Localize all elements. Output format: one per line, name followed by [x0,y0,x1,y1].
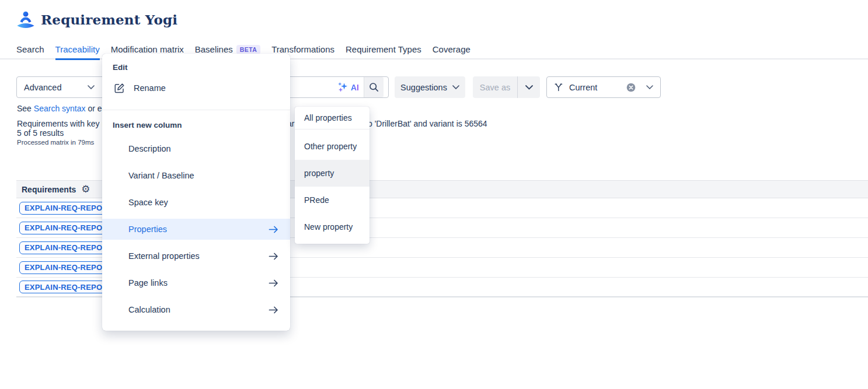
search-mode-select[interactable]: Advanced [17,77,103,97]
scope-select[interactable]: Current [546,76,661,98]
menu-section-insert-new-column: Insert new column [113,121,290,130]
menu-divider [102,110,290,110]
tab-requirement-types[interactable]: Requirement Types [346,44,421,58]
edit-icon [114,83,125,94]
tab-coverage[interactable]: Coverage [433,44,470,58]
column-config-menu: Edit Rename Insert new column Descriptio… [102,54,290,331]
submenu-item-other-property[interactable]: Other property [295,133,369,160]
syntax-hint-prefix: See [17,104,34,113]
menu-item-external-properties[interactable]: External properties [102,246,290,267]
results-count: 5 of 5 results [17,128,64,138]
menu-item-properties[interactable]: Properties [102,219,290,240]
search-submit-button[interactable] [364,77,384,97]
submenu-item-prede[interactable]: PRede [295,187,369,213]
save-as-dropdown-button[interactable] [517,76,540,98]
requirement-key-badge[interactable]: EXPLAIN-REQ-REPO [19,222,107,234]
processing-time: Processed matrix in 79ms [17,139,94,146]
suggestions-label: Suggestions [400,83,447,92]
scope-label: Current [569,83,621,92]
search-syntax-link[interactable]: Search syntax [34,104,86,113]
requirement-key-badge[interactable]: EXPLAIN-REQ-REPO [19,202,107,215]
tab-search[interactable]: Search [16,44,44,58]
requirement-key-badge[interactable]: EXPLAIN-REQ-REPO [19,261,107,274]
rename-label: Rename [134,83,166,93]
menu-section-edit: Edit [113,63,290,72]
clear-filter-icon[interactable] [626,83,636,92]
menu-item-variant-baseline[interactable]: Variant / Baseline [102,165,290,186]
arrow-right-icon [269,252,278,261]
requirement-yogi-logo-icon [16,10,36,29]
arrow-right-icon [269,279,278,288]
save-as-split-button: Save as [473,76,540,98]
tab-traceability[interactable]: Traceability [55,44,100,60]
arrow-right-icon [269,225,278,234]
menu-item-page-links[interactable]: Page links [102,272,290,293]
results-summary-fragment: o 'DrillerBat' and variant is 56564 [368,119,487,128]
chevron-down-icon [646,85,653,89]
requirement-key-badge[interactable]: EXPLAIN-REQ-REPO [19,281,107,293]
menu-item-rename[interactable]: Rename [102,77,290,99]
save-as-label: Save as [480,83,510,92]
variant-branch-icon [554,83,563,92]
search-mode-label: Advanced [24,83,62,92]
submenu-item-new-property[interactable]: New property [295,213,369,240]
page: Requirement Yogi Search Traceability Mod… [0,0,868,389]
suggestions-button[interactable]: Suggestions [395,76,465,98]
submenu-item-all-properties[interactable]: All properties [295,107,369,129]
menu-item-calculation[interactable]: Calculation [102,299,290,320]
ai-chip[interactable]: AI [338,82,359,92]
arrow-right-icon [269,306,278,314]
save-as-button[interactable]: Save as [473,76,517,98]
gear-icon[interactable]: ⚙ [81,184,90,194]
ai-label: AI [351,83,359,92]
menu-item-space-key[interactable]: Space key [102,192,290,213]
chevron-down-icon [88,85,95,89]
properties-submenu: All properties Other property property P… [295,107,369,244]
chevron-down-icon [525,85,533,90]
requirement-key-badge[interactable]: EXPLAIN-REQ-REPO [19,241,107,254]
menu-item-description[interactable]: Description [102,138,290,159]
search-icon [369,82,379,92]
results-summary-fragment: Requirements with key ma [17,119,113,128]
sparkles-icon [338,82,348,92]
chevron-down-icon [452,85,459,89]
beta-badge: BETA [236,45,260,54]
app-title: Requirement Yogi [41,12,177,27]
requirements-header-label: Requirements [22,185,76,194]
syntax-hint-line: See Search syntax or enter [17,104,116,113]
submenu-item-property[interactable]: property [295,160,369,187]
app-logo[interactable]: Requirement Yogi [16,10,177,29]
